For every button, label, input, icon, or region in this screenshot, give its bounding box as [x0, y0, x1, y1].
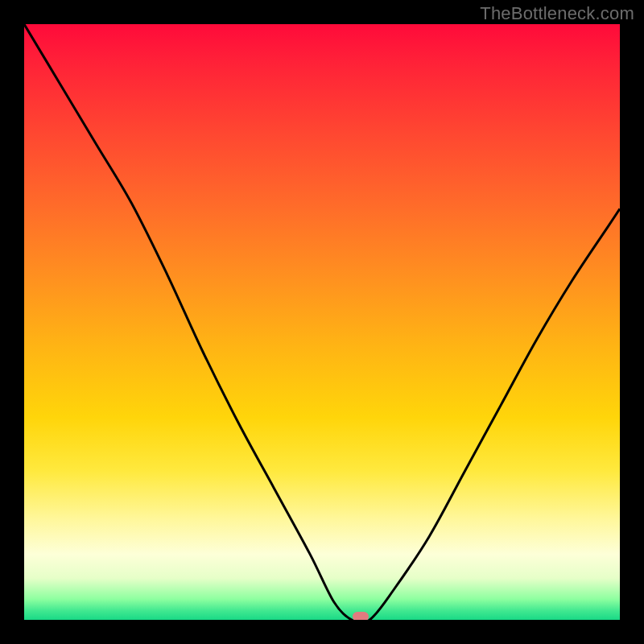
chart-frame: TheBottleneck.com [0, 0, 644, 644]
curve-path [24, 24, 620, 620]
plot-area [24, 24, 620, 620]
bottleneck-curve [24, 24, 620, 620]
watermark-text: TheBottleneck.com [480, 3, 634, 24]
bottleneck-marker [353, 612, 369, 620]
